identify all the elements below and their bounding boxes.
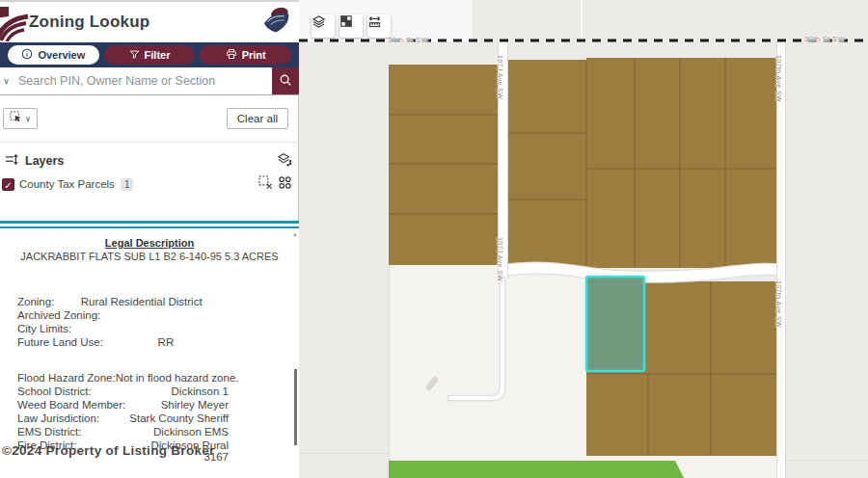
selected-parcel-highlight[interactable] (586, 277, 644, 371)
layer-label: County Tax Parcels (19, 178, 115, 190)
app-header: Zoning Lookup (0, 0, 299, 44)
tab-filter-label: Filter (145, 49, 171, 61)
search-bar: ∨ (0, 67, 299, 95)
field-city-limits: City Limits: (0, 322, 299, 335)
tab-overview[interactable]: Overview (8, 45, 99, 65)
field-school-district: School District: Dickinson 1 (0, 385, 299, 398)
tab-overview-label: Overview (38, 49, 85, 61)
light-parcel-region (389, 265, 586, 461)
green-zone-strip (389, 461, 684, 478)
district-fields: Flood Hazard Zone: Not in flood hazard z… (0, 371, 299, 452)
layer-count-badge: 1 (121, 178, 134, 191)
printer-icon (226, 48, 237, 62)
search-button[interactable] (272, 67, 299, 94)
field-archived-zoning: Archived Zoning: (0, 308, 299, 322)
app-logo (0, 5, 30, 45)
layers-header: Layers (0, 150, 299, 172)
tab-filter[interactable]: Filter (104, 45, 196, 65)
sidebar-panel: Zoning Lookup Overview (0, 0, 299, 478)
chevron-down-icon: ∨ (25, 115, 31, 123)
scroll-up-arrow[interactable]: ▲ (292, 231, 298, 237)
apps-grid-icon[interactable] (278, 175, 292, 194)
parcel-details: Legal Description JACKRABBIT FLATS SUB L… (0, 229, 299, 478)
road-label-107j-top: 107J Ave SW (497, 55, 503, 99)
select-tool-button[interactable]: ∨ (3, 108, 38, 129)
page-title: Zoning Lookup (29, 13, 149, 32)
layer-item-county-tax-parcels: ✓ County Tax Parcels 1 (0, 175, 299, 193)
measure-button[interactable] (367, 14, 391, 38)
road-label-107th-mid: 107th Ave SW (775, 280, 782, 328)
search-icon (279, 73, 292, 90)
info-icon (21, 48, 33, 62)
map-graphics (299, 0, 868, 478)
field-ems-district: EMS District: Dickinson EMS (0, 425, 299, 438)
clear-selection-icon[interactable] (258, 175, 273, 194)
tab-print[interactable]: Print (200, 45, 291, 65)
scrollbar-thumb[interactable] (294, 369, 297, 445)
filter-funnel-icon (129, 49, 140, 62)
clear-all-button[interactable]: Clear all (227, 108, 288, 129)
divider (0, 142, 299, 143)
layers-title: Layers (25, 154, 277, 168)
basemap-button[interactable] (339, 14, 363, 38)
tab-bar: Overview Filter Print (0, 42, 299, 67)
field-future-land-use: Future Land Use: RR (0, 335, 299, 349)
teal-divider (0, 221, 299, 228)
tab-print-label: Print (242, 49, 266, 61)
selection-toolbar: ∨ Clear all (0, 108, 299, 129)
listing-broker-watermark: ©2024 Property of Listing Broker (2, 443, 215, 458)
road-label-30th-left: 30th St SW (388, 36, 428, 44)
map-layers-button[interactable] (312, 14, 335, 38)
field-law-jurisdiction: Law Jurisdiction: Stark County Sheriff (0, 412, 299, 425)
zoning-fields: Zoning: Rural Residential District Archi… (0, 295, 299, 349)
layer-group-icon[interactable] (277, 152, 292, 171)
field-zoning: Zoning: Rural Residential District (0, 295, 299, 308)
field-weed-board: Weed Board Member: Shirley Meyer (0, 398, 299, 412)
field-flood-hazard: Flood Hazard Zone: Not in flood hazard z… (0, 371, 299, 385)
search-input[interactable] (13, 67, 272, 94)
road-label-30th-right: 30th St SW (804, 35, 845, 43)
road-107th (776, 41, 786, 478)
layer-checkbox[interactable]: ✓ (2, 178, 14, 191)
legal-description-title: Legal Description (0, 237, 299, 249)
county-seal-logo (257, 2, 296, 41)
map-canvas[interactable]: 30th St SW 30th St SW 107J Ave SW 107J A… (299, 0, 868, 478)
select-tool-icon (10, 111, 22, 126)
chevron-down-icon[interactable]: ∨ (0, 67, 13, 94)
road-label-107j-mid: 107J Ave SW (497, 237, 503, 281)
layer-order-icon[interactable] (5, 152, 18, 170)
zoning-lookup-app: 30th St SW 30th St SW 107J Ave SW 107J A… (0, 0, 868, 478)
road-label-107th-top: 107th Ave SW (775, 55, 782, 102)
legal-description-text: JACKRABBIT FLATS SUB L1 B2 6-140-95 5.3 … (0, 251, 299, 262)
